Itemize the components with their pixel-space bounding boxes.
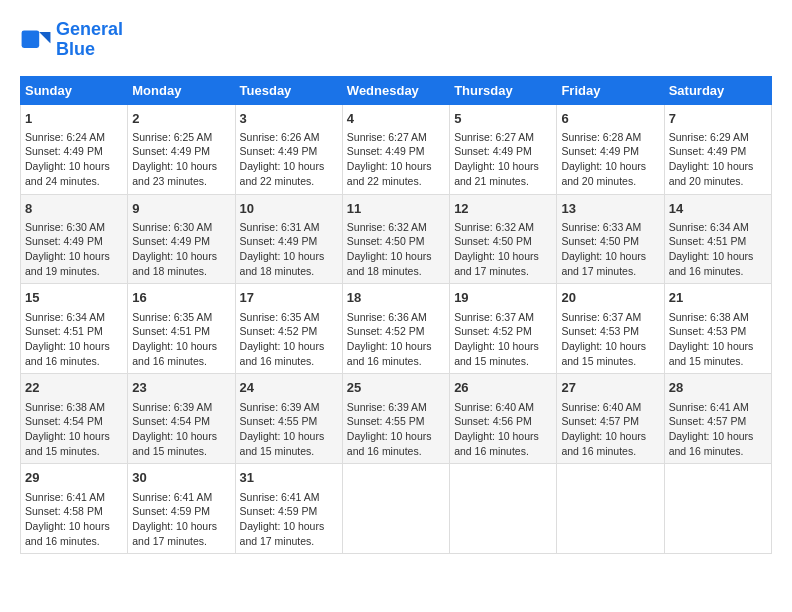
day-number: 18 <box>347 289 445 307</box>
day-number: 13 <box>561 200 659 218</box>
column-header-monday: Monday <box>128 76 235 104</box>
day-number: 22 <box>25 379 123 397</box>
week-row-3: 15Sunrise: 6:34 AMSunset: 4:51 PMDayligh… <box>21 284 772 374</box>
day-info: Sunrise: 6:39 AMSunset: 4:54 PMDaylight:… <box>132 400 230 459</box>
day-number: 6 <box>561 110 659 128</box>
calendar-cell: 6Sunrise: 6:28 AMSunset: 4:49 PMDaylight… <box>557 104 664 194</box>
day-number: 25 <box>347 379 445 397</box>
column-header-saturday: Saturday <box>664 76 771 104</box>
calendar-cell: 27Sunrise: 6:40 AMSunset: 4:57 PMDayligh… <box>557 374 664 464</box>
calendar-cell: 20Sunrise: 6:37 AMSunset: 4:53 PMDayligh… <box>557 284 664 374</box>
day-number: 2 <box>132 110 230 128</box>
calendar-cell: 30Sunrise: 6:41 AMSunset: 4:59 PMDayligh… <box>128 464 235 554</box>
day-number: 29 <box>25 469 123 487</box>
day-number: 3 <box>240 110 338 128</box>
calendar-cell: 23Sunrise: 6:39 AMSunset: 4:54 PMDayligh… <box>128 374 235 464</box>
day-info: Sunrise: 6:40 AMSunset: 4:56 PMDaylight:… <box>454 400 552 459</box>
week-row-1: 1Sunrise: 6:24 AMSunset: 4:49 PMDaylight… <box>21 104 772 194</box>
day-number: 23 <box>132 379 230 397</box>
logo-text: General Blue <box>56 20 123 60</box>
day-number: 28 <box>669 379 767 397</box>
day-info: Sunrise: 6:37 AMSunset: 4:52 PMDaylight:… <box>454 310 552 369</box>
day-info: Sunrise: 6:27 AMSunset: 4:49 PMDaylight:… <box>454 130 552 189</box>
page-header: General Blue <box>20 20 772 60</box>
day-number: 14 <box>669 200 767 218</box>
day-info: Sunrise: 6:34 AMSunset: 4:51 PMDaylight:… <box>669 220 767 279</box>
day-info: Sunrise: 6:29 AMSunset: 4:49 PMDaylight:… <box>669 130 767 189</box>
calendar-cell: 14Sunrise: 6:34 AMSunset: 4:51 PMDayligh… <box>664 194 771 284</box>
calendar-cell: 21Sunrise: 6:38 AMSunset: 4:53 PMDayligh… <box>664 284 771 374</box>
calendar-cell: 18Sunrise: 6:36 AMSunset: 4:52 PMDayligh… <box>342 284 449 374</box>
calendar-cell <box>342 464 449 554</box>
calendar-cell: 17Sunrise: 6:35 AMSunset: 4:52 PMDayligh… <box>235 284 342 374</box>
calendar-cell: 24Sunrise: 6:39 AMSunset: 4:55 PMDayligh… <box>235 374 342 464</box>
day-number: 17 <box>240 289 338 307</box>
day-info: Sunrise: 6:41 AMSunset: 4:59 PMDaylight:… <box>240 490 338 549</box>
column-header-friday: Friday <box>557 76 664 104</box>
calendar-cell: 19Sunrise: 6:37 AMSunset: 4:52 PMDayligh… <box>450 284 557 374</box>
day-info: Sunrise: 6:32 AMSunset: 4:50 PMDaylight:… <box>347 220 445 279</box>
day-info: Sunrise: 6:38 AMSunset: 4:54 PMDaylight:… <box>25 400 123 459</box>
column-header-tuesday: Tuesday <box>235 76 342 104</box>
day-number: 8 <box>25 200 123 218</box>
calendar-cell: 4Sunrise: 6:27 AMSunset: 4:49 PMDaylight… <box>342 104 449 194</box>
calendar-cell: 2Sunrise: 6:25 AMSunset: 4:49 PMDaylight… <box>128 104 235 194</box>
day-info: Sunrise: 6:35 AMSunset: 4:52 PMDaylight:… <box>240 310 338 369</box>
day-info: Sunrise: 6:27 AMSunset: 4:49 PMDaylight:… <box>347 130 445 189</box>
day-info: Sunrise: 6:36 AMSunset: 4:52 PMDaylight:… <box>347 310 445 369</box>
calendar-cell: 25Sunrise: 6:39 AMSunset: 4:55 PMDayligh… <box>342 374 449 464</box>
day-info: Sunrise: 6:40 AMSunset: 4:57 PMDaylight:… <box>561 400 659 459</box>
calendar-cell: 16Sunrise: 6:35 AMSunset: 4:51 PMDayligh… <box>128 284 235 374</box>
calendar-cell: 10Sunrise: 6:31 AMSunset: 4:49 PMDayligh… <box>235 194 342 284</box>
day-info: Sunrise: 6:31 AMSunset: 4:49 PMDaylight:… <box>240 220 338 279</box>
day-info: Sunrise: 6:28 AMSunset: 4:49 PMDaylight:… <box>561 130 659 189</box>
day-number: 19 <box>454 289 552 307</box>
day-info: Sunrise: 6:38 AMSunset: 4:53 PMDaylight:… <box>669 310 767 369</box>
calendar-cell: 26Sunrise: 6:40 AMSunset: 4:56 PMDayligh… <box>450 374 557 464</box>
day-number: 11 <box>347 200 445 218</box>
day-number: 12 <box>454 200 552 218</box>
day-info: Sunrise: 6:33 AMSunset: 4:50 PMDaylight:… <box>561 220 659 279</box>
calendar-cell: 11Sunrise: 6:32 AMSunset: 4:50 PMDayligh… <box>342 194 449 284</box>
day-number: 24 <box>240 379 338 397</box>
day-info: Sunrise: 6:34 AMSunset: 4:51 PMDaylight:… <box>25 310 123 369</box>
day-info: Sunrise: 6:35 AMSunset: 4:51 PMDaylight:… <box>132 310 230 369</box>
calendar-cell <box>664 464 771 554</box>
day-number: 1 <box>25 110 123 128</box>
calendar-cell: 5Sunrise: 6:27 AMSunset: 4:49 PMDaylight… <box>450 104 557 194</box>
calendar-cell: 12Sunrise: 6:32 AMSunset: 4:50 PMDayligh… <box>450 194 557 284</box>
calendar-cell: 8Sunrise: 6:30 AMSunset: 4:49 PMDaylight… <box>21 194 128 284</box>
calendar-cell: 28Sunrise: 6:41 AMSunset: 4:57 PMDayligh… <box>664 374 771 464</box>
day-info: Sunrise: 6:41 AMSunset: 4:59 PMDaylight:… <box>132 490 230 549</box>
day-info: Sunrise: 6:41 AMSunset: 4:57 PMDaylight:… <box>669 400 767 459</box>
column-header-wednesday: Wednesday <box>342 76 449 104</box>
calendar-cell <box>557 464 664 554</box>
day-number: 20 <box>561 289 659 307</box>
calendar-cell: 13Sunrise: 6:33 AMSunset: 4:50 PMDayligh… <box>557 194 664 284</box>
day-number: 7 <box>669 110 767 128</box>
day-info: Sunrise: 6:26 AMSunset: 4:49 PMDaylight:… <box>240 130 338 189</box>
calendar-cell: 29Sunrise: 6:41 AMSunset: 4:58 PMDayligh… <box>21 464 128 554</box>
logo: General Blue <box>20 20 123 60</box>
calendar-cell: 9Sunrise: 6:30 AMSunset: 4:49 PMDaylight… <box>128 194 235 284</box>
calendar-cell: 1Sunrise: 6:24 AMSunset: 4:49 PMDaylight… <box>21 104 128 194</box>
day-number: 5 <box>454 110 552 128</box>
day-info: Sunrise: 6:41 AMSunset: 4:58 PMDaylight:… <box>25 490 123 549</box>
day-number: 16 <box>132 289 230 307</box>
header-row: SundayMondayTuesdayWednesdayThursdayFrid… <box>21 76 772 104</box>
day-info: Sunrise: 6:30 AMSunset: 4:49 PMDaylight:… <box>132 220 230 279</box>
week-row-4: 22Sunrise: 6:38 AMSunset: 4:54 PMDayligh… <box>21 374 772 464</box>
day-number: 31 <box>240 469 338 487</box>
day-number: 9 <box>132 200 230 218</box>
day-number: 21 <box>669 289 767 307</box>
column-header-thursday: Thursday <box>450 76 557 104</box>
day-info: Sunrise: 6:30 AMSunset: 4:49 PMDaylight:… <box>25 220 123 279</box>
day-info: Sunrise: 6:39 AMSunset: 4:55 PMDaylight:… <box>240 400 338 459</box>
calendar-cell: 7Sunrise: 6:29 AMSunset: 4:49 PMDaylight… <box>664 104 771 194</box>
svg-rect-0 <box>22 30 40 48</box>
day-number: 15 <box>25 289 123 307</box>
calendar-cell: 3Sunrise: 6:26 AMSunset: 4:49 PMDaylight… <box>235 104 342 194</box>
day-number: 26 <box>454 379 552 397</box>
day-info: Sunrise: 6:25 AMSunset: 4:49 PMDaylight:… <box>132 130 230 189</box>
calendar-cell <box>450 464 557 554</box>
